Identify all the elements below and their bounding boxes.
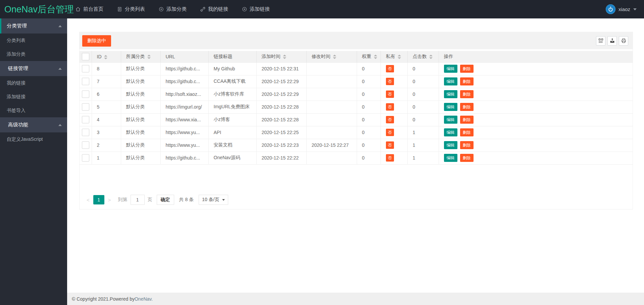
- sort-icon[interactable]: [283, 55, 286, 59]
- delete-button[interactable]: 删除: [460, 103, 474, 111]
- delete-button[interactable]: 删除: [460, 128, 474, 136]
- col-header-label: 修改时间: [312, 54, 331, 59]
- delete-button[interactable]: 删除: [460, 90, 474, 98]
- delete-button[interactable]: 删除: [460, 154, 474, 162]
- cell-add_time: 2020-12-15 22:25: [256, 126, 306, 139]
- nav-item-add-category[interactable]: 添加分类: [158, 6, 187, 12]
- cell-private: 否: [381, 62, 407, 75]
- cell-weight: 0: [357, 62, 381, 75]
- nav-item-my-links[interactable]: 我的链接: [200, 6, 228, 12]
- filter-columns-button[interactable]: [596, 36, 605, 46]
- app-logo[interactable]: OneNav后台管理: [0, 3, 71, 15]
- sidebar-item-add-category[interactable]: 添加分类: [0, 47, 67, 61]
- cell-text: 默认分类: [126, 104, 145, 109]
- nav-item-label: 我的链接: [208, 6, 228, 12]
- avatar[interactable]: [606, 4, 615, 14]
- cell-add_time: 2020-12-15 22:28: [256, 113, 306, 126]
- cell-clicks: 0: [407, 75, 439, 88]
- cell-title: 小z博客: [208, 113, 256, 126]
- sidebar: 分类管理分类列表添加分类链接管理我的链接添加链接书签导入高级功能自定义JavaS…: [0, 18, 67, 305]
- sidebar-item-custom-javascript[interactable]: 自定义JavaScript: [0, 132, 67, 146]
- cell-id: 4: [92, 113, 121, 126]
- sidebar-item-category-list[interactable]: 分类列表: [0, 34, 67, 47]
- cell-text: 2020-12-15 22:29: [262, 92, 299, 97]
- sort-icon[interactable]: [333, 55, 336, 59]
- cell-text: 0: [362, 142, 365, 148]
- nav-item-add-link[interactable]: 添加链接: [242, 6, 270, 12]
- cell-text: 1: [97, 155, 100, 161]
- nav-menu: 前台首页分类列表添加分类我的链接添加链接: [75, 6, 270, 12]
- row-checkbox[interactable]: [82, 129, 89, 136]
- edit-button[interactable]: 编辑: [444, 77, 457, 85]
- onenav-footer-link[interactable]: OneNav.: [135, 296, 153, 302]
- select-all-checkbox[interactable]: [82, 53, 89, 60]
- nav-item-category-list[interactable]: 分类列表: [117, 6, 145, 12]
- sidebar-section-advanced[interactable]: 高级功能: [0, 117, 67, 132]
- cell-title: 安装文档: [208, 139, 256, 151]
- row-checkbox[interactable]: [82, 90, 89, 98]
- sidebar-item-bookmark-import[interactable]: 书签导入: [0, 104, 67, 117]
- cell-category: 默认分类: [121, 101, 160, 113]
- edit-button[interactable]: 编辑: [444, 116, 457, 124]
- page-number-input[interactable]: [131, 195, 145, 205]
- col-header-label: 链接标题: [214, 54, 233, 59]
- user-menu[interactable]: xiaoz: [606, 4, 637, 14]
- sidebar-item-add-link[interactable]: 添加链接: [0, 90, 67, 104]
- sort-icon[interactable]: [147, 55, 151, 59]
- cell-category: 默认分类: [121, 62, 160, 75]
- sidebar-item-my-links[interactable]: 我的链接: [0, 76, 67, 90]
- cell-text: 0: [413, 92, 415, 97]
- page-size-select[interactable]: 10 条/页: [199, 195, 228, 205]
- table-tool-icons: [596, 36, 628, 46]
- cell-update_time: [306, 75, 357, 88]
- nav-item-front-home[interactable]: 前台首页: [75, 6, 103, 12]
- delete-button[interactable]: 删除: [460, 65, 474, 73]
- edit-button[interactable]: 编辑: [444, 154, 457, 162]
- delete-button[interactable]: 删除: [460, 77, 474, 85]
- cell-text: 1: [413, 142, 415, 148]
- sort-icon[interactable]: [398, 55, 401, 59]
- edit-button[interactable]: 编辑: [444, 103, 457, 111]
- doc-icon: [117, 6, 122, 12]
- prev-page-button[interactable]: <: [84, 197, 93, 203]
- top-navbar: OneNav后台管理 前台首页分类列表添加分类我的链接添加链接 xiaoz: [0, 0, 644, 18]
- sort-icon[interactable]: [104, 55, 107, 59]
- edit-button[interactable]: 编辑: [444, 90, 457, 98]
- sidebar-section-category-manage[interactable]: 分类管理: [0, 18, 67, 34]
- row-checkbox[interactable]: [82, 141, 89, 149]
- next-page-button[interactable]: >: [105, 197, 114, 203]
- row-checkbox[interactable]: [82, 116, 89, 123]
- edit-button[interactable]: 编辑: [444, 128, 457, 136]
- cell-text: 默认分类: [126, 142, 145, 147]
- cell-text: 0: [413, 66, 415, 71]
- private-badge: 否: [386, 141, 394, 149]
- sidebar-section-link-manage[interactable]: 链接管理: [0, 61, 67, 76]
- row-checkbox[interactable]: [82, 78, 89, 85]
- cell-checkbox: [80, 101, 92, 113]
- private-badge: 否: [386, 78, 394, 85]
- table-row: 2默认分类https://www.yu...安装文档2020-12-15 22:…: [80, 139, 633, 151]
- print-button[interactable]: [619, 36, 628, 46]
- cell-actions: 编辑删除: [439, 126, 633, 139]
- row-checkbox[interactable]: [82, 154, 89, 162]
- table-card: 删除选中 ID所属分类URL链接标题添加时间修改时间权重私有点击数操作 8默认分…: [79, 32, 633, 209]
- cell-text: 0: [413, 104, 415, 110]
- cell-text: https://www.yu...: [166, 142, 200, 148]
- cell-url: https://github.c...: [160, 151, 208, 164]
- confirm-page-button[interactable]: 确定: [157, 195, 174, 205]
- row-checkbox[interactable]: [82, 103, 89, 111]
- row-checkbox[interactable]: [82, 65, 89, 72]
- sort-icon[interactable]: [374, 55, 377, 59]
- export-button[interactable]: [607, 36, 617, 46]
- private-badge: 否: [386, 103, 394, 111]
- current-page-button[interactable]: 1: [93, 195, 104, 204]
- sort-icon[interactable]: [429, 55, 433, 59]
- delete-button[interactable]: 删除: [460, 116, 474, 124]
- edit-button[interactable]: 编辑: [444, 65, 457, 73]
- edit-button[interactable]: 编辑: [444, 141, 457, 149]
- cell-actions: 编辑删除: [439, 113, 633, 126]
- cell-text: 7: [97, 79, 100, 84]
- delete-button[interactable]: 删除: [460, 141, 474, 149]
- cell-update_time: [306, 151, 357, 164]
- delete-selected-button[interactable]: 删除选中: [82, 35, 111, 47]
